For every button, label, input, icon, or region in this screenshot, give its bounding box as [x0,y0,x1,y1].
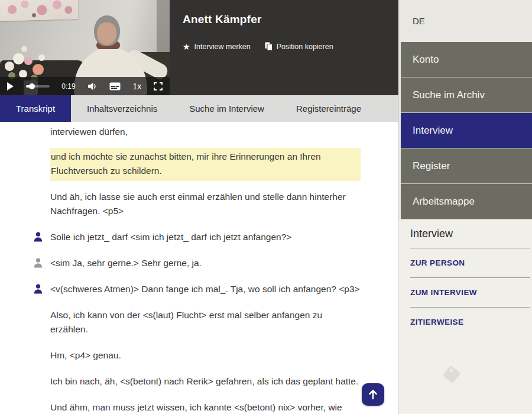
captions-button[interactable] [109,82,121,90]
interviewee-head [94,15,120,46]
progress-bar[interactable] [26,85,50,88]
transcript-tabbar: Transkript Inhaltsverzeichnis Suche im I… [0,95,398,122]
transcript-panel: interviewen dürfen, und ich möchte sie z… [0,122,398,414]
time-display: 0:19 [61,82,75,90]
interviewee-face [97,22,116,45]
transcript-paragraph[interactable]: Solle ich jetzt_ darf <sim ich jetzt_ da… [50,230,361,244]
nav-item-suche-im-archiv[interactable]: Suche im Archiv [401,77,532,113]
speaker-interviewee-icon [34,284,43,294]
speaker-interviewee-icon [34,232,43,242]
arrow-up-icon [368,389,378,400]
transcript-paragraph[interactable]: interviewen dürfen, [50,125,361,139]
nav-item-arbeitsmappe[interactable]: Arbeitsmappe [401,184,532,219]
header-actions: ★ Interview merken Position kopieren [183,42,398,51]
language-selector[interactable]: DE [398,0,532,42]
tab-inhaltsverzeichnis[interactable]: Inhaltsverzeichnis [71,95,173,122]
transcript-paragraph[interactable]: Hm, <p4> genau. [50,348,361,363]
transcript-speaker-turn: <v(schweres Atmen)> Dann fange ich mal_.… [50,282,361,296]
transcript-paragraph[interactable]: Also, ich kann von der <s(laut) Flucht> … [50,308,361,337]
wall-artwork [0,0,79,21]
playback-speed-button[interactable]: 1x [133,82,142,91]
main-column: 0:19 1x [0,0,398,414]
transcript-speaker-turn: Solle ich jetzt_ darf <sim ich jetzt_ da… [50,230,361,244]
copy-icon [265,42,273,51]
tab-registereintraege[interactable]: Registereinträge [280,95,377,122]
interview-header: Anett Kämpfer ★ Interview merken Positio… [170,0,398,95]
progress-thumb[interactable] [29,83,35,89]
captions-icon [109,82,121,90]
interview-submenu: Interview ZUR PERSON ZUM INTERVIEW ZITIE… [398,220,532,414]
transcript-speaker-turn: <sim Ja, sehr gerne.> Sehr gerne, ja. [50,256,361,270]
nav-item-interview[interactable]: Interview [401,113,532,148]
interviewee-name: Anett Kämpfer [183,13,398,26]
transcript-paragraph[interactable]: <sim Ja, sehr gerne.> Sehr gerne, ja. [50,256,361,270]
submenu-link-zum-interview[interactable]: ZUM INTERVIEW [410,277,530,307]
interview-archive-app: 0:19 1x [0,0,532,414]
submenu-heading: Interview [410,228,530,240]
transcript-paragraph-highlighted[interactable]: und ich möchte sie zunächst bitten, mir … [50,148,361,181]
play-button[interactable] [7,82,14,90]
video-controls: 0:19 1x [0,77,170,95]
bookmark-interview-label: Interview merken [194,43,251,51]
bookmark-interview-button[interactable]: ★ Interview merken [183,43,251,51]
volume-button[interactable] [87,82,97,90]
transcript-paragraph[interactable]: Und äh, ich lasse sie auch erst einmal e… [50,190,361,218]
video-player[interactable]: 0:19 1x [0,0,170,95]
tab-suche-im-interview[interactable]: Suche im Interview [173,95,280,122]
star-icon: ★ [183,43,190,51]
tag-watermark-icon [443,366,461,384]
copy-position-label: Position kopieren [277,43,333,51]
transcript-paragraph[interactable]: Und ähm, man muss jetzt wissen, ich kann… [50,400,361,414]
scroll-top-button[interactable] [362,383,384,406]
submenu-link-zur-person[interactable]: ZUR PERSON [410,248,530,277]
tab-transkript[interactable]: Transkript [0,95,71,122]
nav-item-konto[interactable]: Konto [401,42,532,77]
fullscreen-button[interactable] [154,82,163,90]
transcript-paragraph[interactable]: <v(schweres Atmen)> Dann fange ich mal_.… [50,282,361,296]
transcript-paragraph[interactable]: Ich bin nach, äh, <s(betont) nach Rerik>… [50,374,361,389]
nav-item-register[interactable]: Register [401,148,532,184]
sidebar: DE Konto Suche im Archiv Interview Regis… [398,0,532,414]
submenu-link-zitierweise[interactable]: ZITIERWEISE [410,307,530,337]
fullscreen-icon [154,82,163,90]
copy-position-button[interactable]: Position kopieren [265,42,333,51]
volume-icon [87,82,97,90]
speaker-interviewer-icon [34,258,43,268]
